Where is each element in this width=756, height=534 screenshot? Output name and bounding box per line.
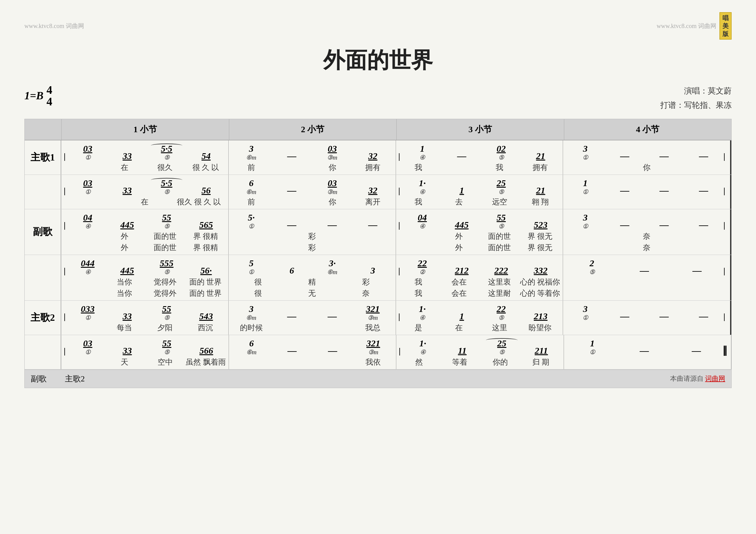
section-label-zhuge2: 主歌2 (25, 301, 61, 335)
lyric: 我 (398, 162, 439, 172)
note-num: — (287, 220, 296, 230)
note-044: 044 ④ (68, 258, 107, 276)
page-title: 外面的世界 (24, 46, 732, 75)
note-3dot: 3· ⑥m (312, 258, 353, 276)
note-num: 566 (199, 345, 213, 356)
bar-line: | (64, 346, 68, 356)
note-num: — (287, 185, 296, 195)
note-num: 5· (248, 212, 255, 223)
note-22b: 22 ⑤ (481, 304, 521, 321)
lyrics-1-3: 我 我 拥有 (398, 162, 561, 173)
note-55-arc: 5·5 ⑤ (147, 143, 186, 161)
fuge-measures-row2: | 044 ④ 445 555 ⑤ 56· (61, 255, 731, 300)
lyric (64, 231, 104, 241)
lyric: 前 (231, 162, 272, 172)
zhuge2-lyrics-3: 是 在 这里 盼望你 (398, 322, 561, 333)
lyric (272, 197, 312, 207)
note-num: 1· (419, 304, 426, 314)
chord: ② (419, 268, 425, 276)
chord: ⑤ (499, 223, 504, 230)
zhuge2b-m4: 1 ① — — ‖ (564, 335, 732, 369)
watermark-left: www.ktvc8.com 词曲网 (24, 22, 84, 30)
zhuger1-measures-row1: | 03 ① 33 5·5 ⑤ (61, 140, 731, 175)
lyric: 很 (231, 277, 285, 287)
note-num: 22 (418, 258, 427, 268)
lyric: 无 (285, 288, 339, 298)
measure-1-1: | 03 ① 33 5·5 ⑤ (61, 140, 229, 175)
note-dash10: — (605, 220, 644, 230)
lyric (64, 277, 104, 287)
note-num: 321 (366, 304, 380, 314)
note-6: 6 ⑥m (231, 178, 272, 195)
time-top: 4 (47, 84, 52, 96)
note-25b: 25 ⑤ (482, 338, 522, 356)
lyric: 你 (565, 162, 728, 172)
fuge-measure-2: 5· ① — — — 彩 (229, 209, 396, 255)
note-num: — (620, 311, 629, 321)
note-dashf: — (312, 220, 353, 230)
time-bottom: 4 (47, 96, 52, 107)
lyric (64, 242, 104, 253)
zhuge2-row1: 主歌2 | 033 ① 33 55 ⑤ (25, 301, 731, 335)
note-num: 543 (199, 311, 213, 321)
note-dash11: — (644, 220, 684, 230)
chord: ⑤ (164, 154, 170, 161)
note-1dotb: 1· ④ (403, 304, 442, 321)
lyric: 觉得外 (145, 288, 185, 298)
lyric: 虽然 飘着雨 (185, 357, 226, 367)
note-565: 565 (186, 220, 226, 230)
note-5b: 5 ① (231, 258, 272, 276)
note-212: 212 (442, 265, 481, 276)
lyric: 面的 世界 (185, 277, 226, 287)
note-03e: 03 ① (68, 338, 108, 356)
zhuge2-notes-1: | 033 ① 33 55 ⑤ 543 (64, 302, 226, 322)
note-num: — (287, 345, 297, 356)
note-523: 523 (521, 220, 560, 230)
note-25: 25 ⑤ (481, 178, 521, 195)
note-56: 56 (186, 185, 226, 195)
note-33c: 33 (107, 311, 147, 321)
note-dash16: — (312, 311, 353, 321)
zhuge2b-lyrics-2: 我依 (231, 356, 394, 368)
notes-2-2: 6 ⑥m — 03 ③m 32 (231, 176, 393, 196)
chord: ⑤ (499, 154, 504, 161)
fuge2-lyrics-1b: 当你 觉得外 面的 世界 (64, 288, 226, 299)
note-03d: 03 ③m (312, 178, 353, 195)
chord: ① (582, 154, 588, 161)
note-321: 321 ③m (353, 304, 393, 321)
chord: ① (85, 188, 91, 195)
lyric: 面的世 (479, 242, 520, 253)
lyric (439, 162, 479, 172)
zhuge2b-m2: 6 ⑥m — — 321 ③m (229, 335, 396, 369)
fuge-lyrics-1b: 外 面的世 界 很精 (64, 242, 226, 253)
lyric: 彩 (231, 231, 393, 241)
fuge2-measure-4: 2 ⑤ — — | (563, 255, 731, 300)
note-32b: 32 (353, 185, 393, 195)
note-num: 03 (83, 178, 93, 188)
chord: ③m (368, 314, 378, 321)
lyrics-1-4: 你 (565, 162, 728, 173)
note-6c: 6 ⑥m (231, 338, 272, 356)
note-num: — (620, 151, 629, 161)
fuge-lyrics-1: 外 面的世 界 很精 (64, 231, 226, 242)
lyric (64, 288, 104, 298)
chord: ① (85, 314, 91, 321)
lyric: 很 久 以 (185, 162, 226, 172)
note-dash2: — (442, 151, 481, 161)
header-measure-1: 1 小节 (61, 119, 229, 140)
note-dash13: — (618, 265, 671, 276)
lyric (64, 322, 104, 333)
note-num: 213 (534, 311, 548, 321)
note-33: 33 (107, 151, 147, 161)
note-num: 332 (534, 265, 548, 276)
note-213: 213 (521, 311, 560, 321)
fuge-lyrics-2: 彩 (231, 231, 393, 242)
chord: ⑥m (327, 268, 338, 276)
section-label-empty3 (25, 335, 61, 369)
note-num: — (692, 345, 701, 356)
note-num: 555 (160, 258, 174, 268)
lyric: 在 (104, 162, 145, 172)
fuge2-lyrics-2b: 很 无 奈 (231, 288, 393, 299)
bottom-label-zhuge2: 主歌2 (65, 373, 85, 384)
note-dash: — (272, 151, 312, 161)
